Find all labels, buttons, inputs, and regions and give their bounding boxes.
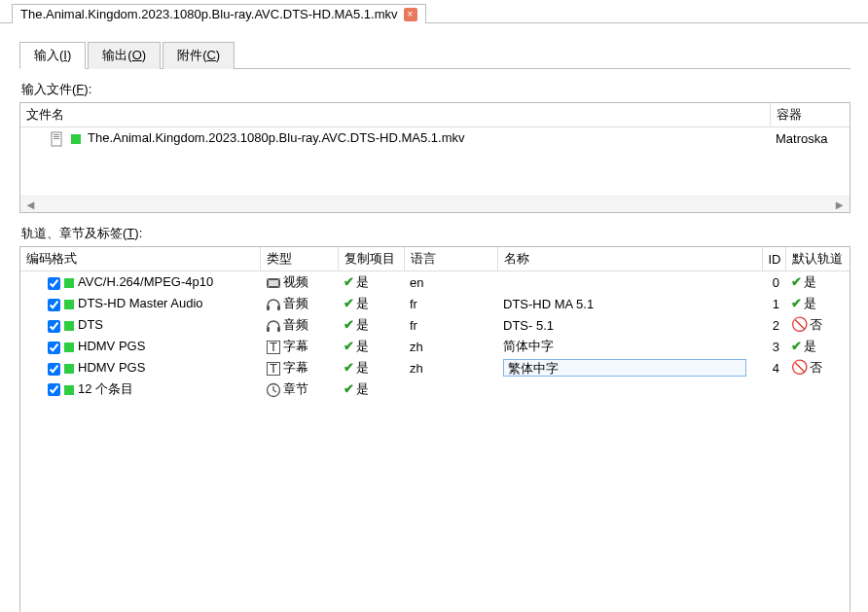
check-icon: ✔: [344, 360, 354, 375]
files-h-scrollbar[interactable]: ◄ ►: [20, 196, 850, 212]
files-table: 文件名 容器: [20, 103, 850, 127]
file-row[interactable]: The.Animal.Kingdom.2023.1080p.Blu-ray.AV…: [20, 127, 850, 150]
check-icon: ✔: [791, 274, 802, 289]
col-lang[interactable]: 语言: [404, 247, 497, 271]
track-copy: 是: [356, 296, 369, 310]
track-default: 否: [810, 360, 822, 375]
svg-rect-9: [278, 286, 280, 288]
track-checkbox[interactable]: [48, 383, 60, 396]
svg-rect-10: [267, 306, 270, 310]
files-panel: 文件名 容器 The.Animal.Kingdom.2023.1080p.Blu…: [19, 102, 850, 213]
track-default: 否: [810, 317, 822, 332]
track-name: 简体中字: [497, 336, 762, 357]
track-type: 字幕: [283, 360, 308, 375]
track-row[interactable]: HDMV PGST字幕✔是zh繁体中字4🚫否: [20, 357, 850, 378]
status-square-icon: [64, 300, 74, 309]
track-copy: 是: [356, 317, 369, 332]
track-codec: 12 个条目: [78, 381, 133, 396]
track-codec: AVC/H.264/MPEG-4p10: [78, 274, 213, 289]
check-icon: ✔: [344, 339, 354, 353]
track-name: DTS- 5.1: [497, 314, 762, 336]
track-lang: [404, 378, 497, 400]
file-container: Matroska: [770, 127, 850, 150]
track-checkbox[interactable]: [48, 320, 60, 333]
track-name: [497, 271, 762, 294]
track-name-input[interactable]: 繁体中字: [503, 359, 746, 377]
check-icon: ✔: [791, 339, 802, 353]
track-copy: 是: [356, 360, 369, 375]
check-icon: ✔: [344, 274, 354, 289]
svg-rect-1: [54, 134, 59, 135]
check-icon: ✔: [344, 381, 354, 396]
track-row[interactable]: DTS音频✔是frDTS- 5.12🚫否: [20, 314, 850, 336]
col-name[interactable]: 名称: [497, 247, 762, 271]
track-row[interactable]: HDMV PGST字幕✔是zh简体中字3✔是: [20, 336, 850, 357]
status-square-icon: [64, 342, 74, 352]
audio-icon: [266, 297, 281, 312]
deny-icon: 🚫: [791, 359, 808, 375]
svg-rect-8: [278, 278, 280, 280]
tracks-table: 编码格式 类型 复制项目 语言 名称 ID 默认轨道 AVC/H.264/MPE…: [20, 247, 850, 400]
tracks-panel: 编码格式 类型 复制项目 语言 名称 ID 默认轨道 AVC/H.264/MPE…: [19, 246, 850, 612]
track-name: DTS-HD MA 5.1: [497, 293, 762, 314]
track-lang: zh: [404, 357, 497, 378]
track-copy: 是: [356, 274, 369, 289]
track-type: 音频: [283, 296, 308, 310]
status-square-icon: [64, 385, 74, 395]
tab-input[interactable]: 输入(I): [19, 42, 86, 69]
col-id[interactable]: ID: [762, 247, 785, 271]
svg-text:T: T: [270, 340, 277, 354]
svg-rect-13: [277, 327, 280, 332]
track-type: 章节: [283, 381, 308, 396]
scroll-left-icon[interactable]: ◄: [22, 198, 39, 212]
track-codec: HDMV PGS: [78, 339, 145, 353]
col-codec[interactable]: 编码格式: [20, 247, 260, 271]
track-lang: fr: [404, 293, 497, 314]
track-checkbox[interactable]: [48, 299, 60, 311]
tab-attachments[interactable]: 附件(C): [163, 42, 235, 69]
svg-rect-6: [267, 278, 269, 280]
track-default: 是: [804, 274, 816, 289]
file-icon: [50, 131, 65, 147]
file-name: The.Animal.Kingdom.2023.1080p.Blu-ray.AV…: [88, 130, 465, 145]
track-row[interactable]: DTS-HD Master Audio音频✔是frDTS-HD MA 5.11✔…: [20, 293, 850, 314]
track-type: 视频: [283, 274, 308, 289]
track-default: 是: [804, 339, 816, 353]
scroll-right-icon[interactable]: ►: [831, 198, 848, 212]
track-codec: DTS: [78, 317, 103, 332]
subtitle-icon: T: [266, 340, 281, 355]
status-square-icon: [64, 364, 74, 374]
deny-icon: 🚫: [791, 316, 808, 332]
track-copy: 是: [356, 381, 369, 396]
col-default[interactable]: 默认轨道: [785, 247, 850, 271]
track-id: 0: [762, 271, 785, 294]
files-col-name[interactable]: 文件名: [20, 103, 770, 127]
files-col-container[interactable]: 容器: [770, 103, 850, 127]
inner-tabs: 输入(I) 输出(O) 附件(C): [19, 41, 850, 69]
track-row[interactable]: AVC/H.264/MPEG-4p10视频✔是en0✔是: [20, 271, 850, 294]
track-id: 4: [762, 357, 785, 378]
track-checkbox[interactable]: [48, 363, 60, 376]
track-default: 是: [804, 296, 816, 310]
svg-rect-12: [267, 327, 270, 332]
track-codec: DTS-HD Master Audio: [78, 296, 203, 310]
track-id: 3: [762, 336, 785, 357]
close-icon[interactable]: ×: [404, 8, 417, 21]
file-tab-bar: The.Animal.Kingdom.2023.1080p.Blu-ray.AV…: [0, 0, 868, 23]
status-square-icon: [64, 278, 74, 288]
svg-text:T: T: [270, 361, 277, 376]
track-checkbox[interactable]: [48, 277, 60, 290]
col-type[interactable]: 类型: [260, 247, 338, 271]
input-files-label: 输入文件(F):: [21, 81, 850, 98]
track-type: 音频: [283, 317, 308, 332]
track-row[interactable]: 12 个条目章节✔是: [20, 378, 850, 400]
track-id: 2: [762, 314, 785, 336]
file-tab[interactable]: The.Animal.Kingdom.2023.1080p.Blu-ray.AV…: [12, 4, 426, 23]
track-copy: 是: [356, 339, 369, 353]
col-copy[interactable]: 复制项目: [338, 247, 404, 271]
status-square-icon: [64, 321, 74, 331]
track-checkbox[interactable]: [48, 342, 60, 354]
tab-output[interactable]: 输出(O): [88, 42, 161, 69]
svg-rect-5: [269, 280, 278, 286]
svg-rect-11: [277, 306, 280, 310]
